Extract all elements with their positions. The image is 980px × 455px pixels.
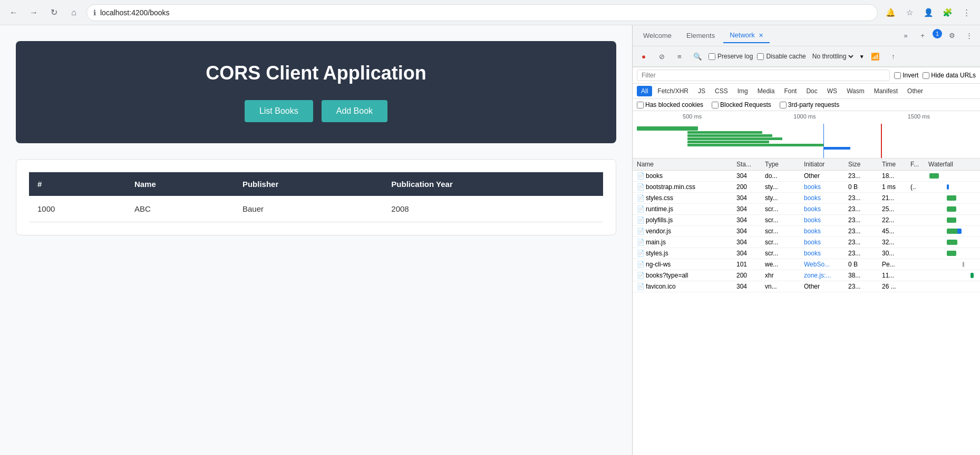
type-btn-wasm[interactable]: Wasm (842, 86, 869, 96)
waterfall-timeline-chart: 500 ms 1000 ms 1500 ms (633, 111, 980, 159)
col-header-name: Name (126, 172, 234, 196)
home-button[interactable]: ⌂ (66, 5, 81, 20)
file-icon: 📄 (637, 172, 645, 180)
devtools-panel: Welcome Elements Network ✕ » + 1 ⚙ ⋮ (632, 25, 980, 455)
header-initiator: Initiator (804, 161, 846, 168)
settings-button[interactable]: ⚙ (945, 29, 959, 43)
file-icon: 📄 (637, 283, 645, 290)
main-page: CORS Client Application List Books Add B… (0, 25, 632, 455)
col-header-year: Publication Year (383, 172, 603, 196)
file-icon: 📄 (637, 183, 645, 191)
network-table-header: Name Sta... Type Initiator Size Time F..… (633, 159, 980, 171)
file-icon: 📄 (637, 272, 645, 279)
type-btn-manifest[interactable]: Manifest (870, 86, 902, 96)
more-tabs-button[interactable]: » (899, 29, 913, 43)
customize-button[interactable]: ⋮ (962, 29, 976, 43)
network-row-polyfills[interactable]: 📄polyfills.js 304 scr... books 23... 22.… (633, 215, 980, 226)
preserve-log-checkbox[interactable]: Preserve log (709, 53, 753, 60)
header-type: Type (765, 161, 802, 168)
file-icon: 📄 (637, 261, 645, 268)
header-waterfall: Waterfall (928, 161, 976, 168)
type-filter-bar: All Fetch/XHR JS CSS Img Media Font Doc … (633, 84, 980, 99)
network-row-books-xhr[interactable]: 📄books?type=all 200 xhr zone.js:... 38..… (633, 270, 980, 281)
file-icon: 📄 (637, 194, 645, 202)
timeline-label-1000: 1000 ms (793, 113, 816, 120)
profile-btn[interactable]: 👤 (921, 5, 936, 20)
refresh-button[interactable]: ↻ (46, 5, 61, 20)
books-table-container: # Name Publisher Publication Year 1000 A… (16, 159, 616, 235)
app-header: CORS Client Application List Books Add B… (16, 41, 616, 143)
type-btn-ws[interactable]: WS (823, 86, 841, 96)
bookmark-btn[interactable]: ☆ (902, 5, 917, 20)
type-btn-all[interactable]: All (637, 86, 652, 96)
file-icon: 📄 (637, 205, 645, 213)
tab-welcome[interactable]: Welcome (637, 28, 678, 43)
tab-network[interactable]: Network ✕ (723, 28, 770, 43)
filter-input[interactable] (637, 70, 890, 81)
notification-badge: 1 (933, 29, 942, 38)
books-table: # Name Publisher Publication Year 1000 A… (29, 172, 603, 222)
invert-checkbox[interactable]: Invert (894, 72, 918, 79)
address-bar[interactable]: ℹ localhost:4200/books (86, 4, 878, 21)
cell-year: 2008 (383, 196, 603, 222)
close-icon[interactable]: ✕ (759, 32, 763, 38)
upload-icon[interactable]: ↑ (887, 50, 900, 63)
third-party-requests-checkbox[interactable]: 3rd-party requests (780, 101, 839, 108)
disable-cache-checkbox[interactable]: Disable cache (757, 53, 806, 60)
type-btn-media[interactable]: Media (753, 86, 779, 96)
network-row-books[interactable]: 📄books 304 do... Other 23... 18... (633, 171, 980, 182)
timeline-label-1500: 1500 ms (908, 113, 930, 120)
network-requests-table: Name Sta... Type Initiator Size Time F..… (633, 159, 980, 455)
url-text: localhost:4200/books (100, 8, 170, 17)
file-icon: 📄 (637, 250, 645, 257)
header-name: Name (637, 161, 734, 168)
file-icon: 📄 (637, 228, 645, 235)
type-btn-font[interactable]: Font (780, 86, 801, 96)
type-btn-other[interactable]: Other (903, 86, 927, 96)
forward-button[interactable]: → (26, 5, 41, 20)
network-row-styles-js[interactable]: 📄styles.js 304 scr... books 23... 30... (633, 248, 980, 259)
type-btn-doc[interactable]: Doc (802, 86, 821, 96)
cell-name: ABC (126, 196, 234, 222)
record-button[interactable]: ● (637, 50, 651, 63)
user-action-btn[interactable]: 🔔 (883, 5, 898, 20)
add-tab-button[interactable]: + (916, 29, 929, 43)
filter-toggle-button[interactable]: ≡ (673, 50, 686, 63)
app-title: CORS Client Application (37, 62, 595, 84)
table-row: 1000 ABC Bauer 2008 (29, 196, 603, 222)
hide-data-urls-checkbox[interactable]: Hide data URLs (923, 72, 976, 79)
cell-publisher: Bauer (234, 196, 383, 222)
network-row-runtime[interactable]: 📄runtime.js 304 scr... books 23... 25... (633, 204, 980, 215)
header-f: F... (910, 161, 926, 168)
search-button[interactable]: 🔍 (691, 50, 704, 63)
header-time: Time (882, 161, 908, 168)
has-blocked-cookies-checkbox[interactable]: Has blocked cookies (637, 101, 703, 108)
throttle-arrow-icon: ▼ (859, 54, 865, 60)
header-size: Size (848, 161, 880, 168)
network-row-vendor[interactable]: 📄vendor.js 304 scr... books 23... 45... (633, 226, 980, 237)
type-btn-fetch[interactable]: Fetch/XHR (653, 86, 693, 96)
list-books-button[interactable]: List Books (245, 100, 313, 122)
network-row-ng-cli-ws[interactable]: 📄ng-cli-ws 101 we... WebSo... 0 B Pe... (633, 259, 980, 270)
type-btn-css[interactable]: CSS (711, 86, 732, 96)
timeline-label-500: 500 ms (683, 113, 702, 120)
clear-button[interactable]: ⊘ (655, 50, 668, 63)
chart-bars-area (637, 124, 976, 159)
type-btn-img[interactable]: Img (733, 86, 752, 96)
add-book-button[interactable]: Add Book (322, 100, 387, 122)
back-button[interactable]: ← (6, 5, 21, 20)
blocked-requests-checkbox[interactable]: Blocked Requests (712, 101, 771, 108)
network-row-styles-css[interactable]: 📄styles.css 304 sty... books 23... 21... (633, 193, 980, 204)
network-row-bootstrap[interactable]: 📄bootstrap.min.css 200 sty... books 0 B … (633, 182, 980, 193)
network-row-main[interactable]: 📄main.js 304 scr... books 23... 32... (633, 237, 980, 248)
menu-btn[interactable]: ⋮ (959, 5, 974, 20)
info-icon: ℹ (93, 8, 96, 17)
type-btn-js[interactable]: JS (694, 86, 710, 96)
wifi-icon[interactable]: 📶 (869, 50, 882, 63)
throttle-select[interactable]: No throttling (810, 52, 855, 61)
header-status: Sta... (736, 161, 763, 168)
network-row-favicon[interactable]: 📄favicon.ico 304 vn... Other 23... 26 ..… (633, 281, 980, 292)
file-icon: 📄 (637, 239, 645, 246)
tab-elements[interactable]: Elements (680, 28, 721, 43)
extensions-btn[interactable]: 🧩 (940, 5, 955, 20)
